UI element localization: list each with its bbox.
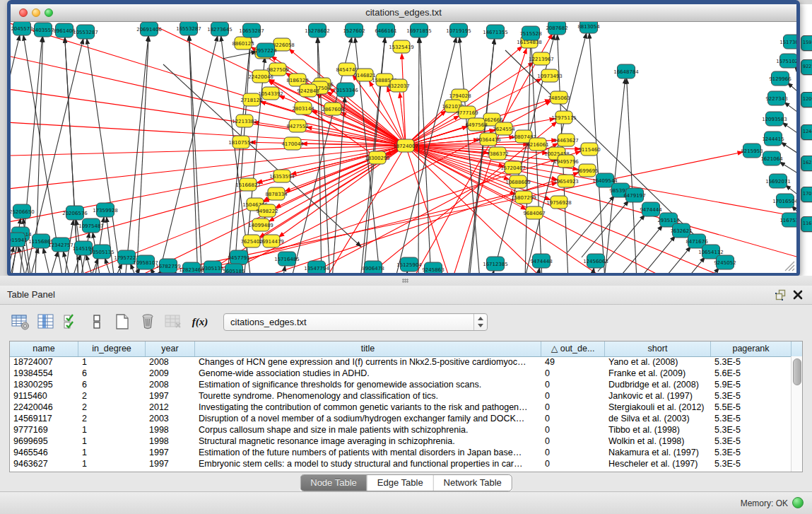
graph-node-6479197[interactable]: 6479197: [623, 188, 645, 202]
show-columns-button[interactable]: [35, 312, 57, 332]
graph-node-1167533[interactable]: 1167533: [779, 213, 796, 227]
background-graph-node[interactable]: 12444: [801, 124, 812, 140]
graph-node-2867608[interactable]: 2867608: [322, 103, 343, 115]
table-row[interactable]: 946554611997Estimation of the future num…: [10, 447, 792, 458]
column-header-out_de[interactable]: △ out_de...: [541, 341, 605, 356]
table-row[interactable]: 977716911998Corpus callosum shape and si…: [10, 424, 792, 436]
background-graph-node[interactable]: 17016: [801, 187, 812, 202]
graph-node-10719195[interactable]: 10719195: [446, 23, 471, 37]
network-canvas[interactable]: 1872400788601238912954182260589827509818…: [11, 22, 796, 273]
graph-node-9245052[interactable]: 9245052: [714, 255, 736, 269]
graph-node-2087682[interactable]: 2087682: [546, 22, 567, 35]
graph-node-17359928[interactable]: 17359928: [93, 203, 118, 217]
graph-node-9498222[interactable]: 9498222: [256, 204, 278, 217]
graph-node-1527602[interactable]: 1527602: [343, 23, 365, 37]
graph-node-16553287[interactable]: 16553287: [176, 22, 201, 35]
graph-node-3624554[interactable]: 3624554: [493, 122, 515, 135]
table-selector-dropdown[interactable]: citations_edges.txt: [223, 313, 488, 331]
network-graph[interactable]: 1872400788601238912954182260589827509818…: [11, 22, 796, 273]
background-graph-node[interactable]: 92273: [801, 59, 812, 75]
graph-node-15716485[interactable]: 15716485: [274, 252, 300, 266]
graph-node-8813054[interactable]: 8813054: [577, 22, 600, 33]
graph-node-12213382[interactable]: 12213382: [232, 115, 257, 127]
close-panel-icon[interactable]: [792, 289, 804, 300]
graph-node-8906478[interactable]: 8906478: [362, 261, 384, 273]
graph-node-15692071[interactable]: 15692071: [765, 174, 791, 188]
column-header-in_degree[interactable]: in_degree: [78, 341, 146, 356]
vertical-scrollbar[interactable]: [791, 356, 802, 472]
graph-node-9699695[interactable]: 9699695: [576, 164, 598, 177]
graph-node-6466161[interactable]: 6466161: [375, 23, 396, 37]
graph-node-17016504[interactable]: 17016504: [772, 194, 796, 208]
graph-node-2045573[interactable]: 2045573: [11, 22, 33, 35]
tab-network-table[interactable]: Network Table: [434, 475, 512, 491]
tab-node-table[interactable]: Node Table: [300, 475, 367, 491]
graph-node-9684067[interactable]: 9684067: [523, 206, 545, 219]
graph-node-25206650[interactable]: 25206650: [11, 204, 35, 218]
graph-node-15751024[interactable]: 15751024: [776, 54, 796, 68]
background-graph-node[interactable]: 16210: [801, 156, 812, 171]
graph-node-9242848[interactable]: 9242848: [297, 84, 319, 97]
table-settings-button[interactable]: [10, 312, 31, 332]
graph-node-10958107[interactable]: 10958107: [133, 255, 158, 269]
divider-grip-icon[interactable]: [402, 279, 408, 283]
graph-node-5605185[interactable]: 5605185: [223, 264, 245, 273]
graph-node-13505135[interactable]: 13505135: [89, 245, 114, 259]
graph-node-9115460[interactable]: 9115460: [578, 143, 600, 156]
select-all-button[interactable]: [61, 312, 82, 332]
graph-node-16782759[interactable]: 16782759: [155, 259, 181, 273]
graph-node-20153346[interactable]: 20153346: [333, 83, 358, 97]
scrollbar-thumb[interactable]: [793, 358, 801, 385]
deselect-all-button[interactable]: [86, 312, 107, 332]
graph-node-7386372[interactable]: 7386372: [486, 147, 508, 160]
graph-node-9777169[interactable]: 9777169: [456, 106, 478, 119]
graph-node-8215953[interactable]: 8215953: [741, 144, 763, 158]
background-graph-node[interactable]: 15910: [801, 35, 812, 51]
graph-nodes[interactable]: 1872400788601238912954182260589827509818…: [11, 22, 796, 273]
graph-node-12342757[interactable]: 12342757: [48, 238, 73, 252]
graph-node-15166827[interactable]: 15166827: [235, 178, 261, 191]
table-row[interactable]: 969969511998Structural magnetic resonanc…: [10, 436, 792, 447]
function-builder-button[interactable]: f(x): [188, 312, 212, 332]
graph-node-14099489[interactable]: 14099489: [248, 218, 273, 231]
graph-node-9474444[interactable]: 9474444: [640, 202, 662, 216]
graph-node-8427552[interactable]: 8427552: [286, 119, 308, 132]
graph-node-9474448[interactable]: 9474448: [530, 254, 552, 268]
graph-node-6216061[interactable]: 6216061: [526, 138, 548, 151]
graph-node-20691406[interactable]: 20691406: [136, 22, 162, 36]
graph-node-1244415[interactable]: 1244415: [762, 132, 784, 146]
column-header-pagerank[interactable]: pagerank: [711, 341, 792, 356]
graph-node-15325419[interactable]: 15325419: [389, 40, 414, 53]
table-row[interactable]: 1872400712008Changes of HCN gene express…: [10, 356, 792, 368]
background-graph-node[interactable]: 12093: [801, 92, 812, 107]
graph-node-12456063[interactable]: 12456063: [583, 254, 608, 268]
background-graph-node[interactable]: 11675: [801, 216, 812, 232]
graph-node-3915941[interactable]: 3915941: [11, 233, 28, 247]
delete-table-button[interactable]: [163, 312, 184, 332]
graph-node-6497568[interactable]: 6497568: [465, 118, 487, 131]
graph-node-12093583[interactable]: 12093583: [762, 112, 787, 126]
new-column-button[interactable]: [112, 312, 133, 332]
table-row[interactable]: 911546021997Tourette syndrome. Phenomeno…: [10, 390, 792, 402]
graph-node-15173044[interactable]: 15173044: [779, 35, 796, 49]
graph-node-9227343[interactable]: 9227343: [765, 91, 787, 105]
graph-node-18107554[interactable]: 18107554: [228, 136, 254, 148]
network-window[interactable]: citations_edges.txt 18724007886012389129…: [7, 0, 800, 276]
graph-node-1403557[interactable]: 1403557: [32, 23, 54, 37]
graph-node-16971855[interactable]: 16971855: [406, 23, 432, 37]
graph-node-16648784[interactable]: 16648784: [613, 64, 639, 78]
graph-node-19756928[interactable]: 19756928: [546, 196, 572, 209]
table-row[interactable]: 1830029562008Estimation of significance …: [10, 379, 792, 390]
graph-node-20206576[interactable]: 20206576: [62, 206, 88, 220]
network-window-titlebar[interactable]: citations_edges.txt: [11, 4, 796, 22]
graph-node-8878334[interactable]: 8878334: [265, 187, 288, 200]
graph-node-8322037[interactable]: 8322037: [387, 79, 409, 92]
graph-node-12823468[interactable]: 12823468: [179, 262, 204, 273]
float-panel-icon[interactable]: [775, 289, 787, 300]
column-header-title[interactable]: title: [195, 341, 541, 356]
graph-node-14671355[interactable]: 14671355: [483, 25, 508, 39]
graph-node-9245863[interactable]: 9245863: [422, 262, 444, 273]
table-row[interactable]: 2242004622012Investigating the contribut…: [10, 402, 792, 413]
graph-node-4170044[interactable]: 4170044: [281, 137, 304, 150]
graph-node-14463627[interactable]: 14463627: [553, 134, 579, 146]
